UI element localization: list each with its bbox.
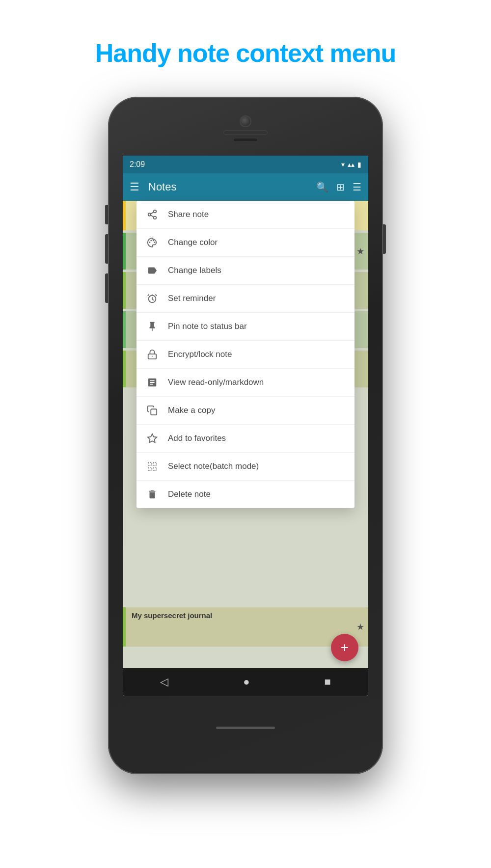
bottom-note-card: My supersecret journal ★: [123, 607, 368, 647]
nav-recent-button[interactable]: ■: [325, 676, 331, 688]
nav-back-button[interactable]: ◁: [160, 676, 168, 688]
fab-add-button[interactable]: +: [331, 634, 358, 661]
signal-icon: ▴▴: [348, 161, 355, 168]
menu-item-change-color[interactable]: Change color: [136, 229, 355, 257]
palette-icon: [145, 236, 159, 249]
status-icons: ▾ ▴▴ ▮: [341, 161, 361, 168]
bottom-note-title: My supersecret journal: [132, 611, 362, 620]
menu-item-add-favorites[interactable]: Add to favorites: [136, 425, 355, 453]
star-badge-2: ★: [356, 246, 364, 257]
svg-line-4: [151, 212, 154, 214]
bottom-note-star: ★: [356, 622, 364, 632]
change-color-label: Change color: [168, 238, 218, 247]
share-icon: [145, 208, 159, 221]
logo-bump: [233, 138, 258, 142]
menu-item-encrypt-note[interactable]: Encrypt/lock note: [136, 341, 355, 369]
star-icon: [145, 432, 159, 445]
speaker-grille: [223, 130, 268, 135]
delete-note-label: Delete note: [168, 489, 211, 499]
svg-rect-16: [153, 462, 156, 465]
label-icon: [145, 264, 159, 277]
svg-rect-17: [148, 467, 151, 470]
volume-up-button: [105, 234, 108, 264]
wifi-icon: ▾: [341, 161, 345, 168]
copy-icon: [145, 404, 159, 417]
menu-item-share-note[interactable]: Share note: [136, 201, 355, 229]
phone-top-bezel: [108, 97, 383, 156]
menu-item-change-labels[interactable]: Change labels: [136, 257, 355, 285]
svg-point-5: [149, 242, 151, 243]
phone-screen: 2:09 ▾ ▴▴ ▮ ☰ Notes 🔍 ⊞ ☰ ★: [123, 156, 368, 696]
menu-item-delete-note[interactable]: Delete note: [136, 481, 355, 508]
menu-item-set-reminder[interactable]: Set reminder: [136, 285, 355, 313]
toolbar-actions: 🔍 ⊞ ☰: [316, 181, 361, 193]
navigation-bar: ◁ ● ■: [123, 668, 368, 696]
phone-bottom-bezel: [108, 696, 383, 760]
volume-silent-button: [105, 205, 108, 224]
set-reminder-label: Set reminder: [168, 294, 216, 303]
batch-mode-label: Select note(batch mode): [168, 461, 259, 471]
status-time: 2:09: [130, 160, 145, 169]
toolbar-title: Notes: [148, 181, 310, 193]
make-copy-label: Make a copy: [168, 406, 215, 415]
lock-icon: [145, 348, 159, 361]
search-icon[interactable]: 🔍: [316, 181, 328, 193]
context-menu: Share note Change color: [136, 201, 355, 508]
encrypt-note-label: Encrypt/lock note: [168, 350, 232, 359]
toolbar-menu-icon[interactable]: ☰: [130, 181, 139, 193]
svg-rect-15: [148, 462, 151, 465]
delete-icon: [145, 488, 159, 501]
status-bar: 2:09 ▾ ▴▴ ▮: [123, 156, 368, 173]
front-camera: [240, 115, 251, 127]
menu-item-batch-mode[interactable]: Select note(batch mode): [136, 453, 355, 481]
menu-item-pin-note[interactable]: Pin note to status bar: [136, 313, 355, 341]
add-favorites-label: Add to favorites: [168, 434, 226, 443]
pin-note-label: Pin note to status bar: [168, 322, 247, 331]
article-icon: [145, 376, 159, 389]
power-button: [383, 224, 386, 254]
phone-shell: 2:09 ▾ ▴▴ ▮ ☰ Notes 🔍 ⊞ ☰ ★: [108, 97, 383, 774]
nav-home-button[interactable]: ●: [243, 676, 249, 688]
svg-point-10: [152, 298, 153, 299]
alarm-icon: [145, 292, 159, 305]
select-icon: [145, 460, 159, 473]
app-toolbar: ☰ Notes 🔍 ⊞ ☰: [123, 173, 368, 201]
battery-icon: ▮: [357, 161, 361, 168]
volume-down-button: [105, 273, 108, 303]
svg-point-12: [152, 356, 153, 357]
pin-icon: [145, 320, 159, 333]
menu-item-make-copy[interactable]: Make a copy: [136, 397, 355, 425]
view-markdown-label: View read-only/markdown: [168, 378, 264, 387]
svg-line-3: [151, 216, 154, 217]
svg-rect-18: [153, 467, 156, 470]
change-labels-label: Change labels: [168, 266, 221, 275]
home-indicator: [216, 727, 275, 729]
svg-rect-13: [151, 409, 157, 415]
svg-point-8: [154, 242, 156, 243]
menu-item-view-markdown[interactable]: View read-only/markdown: [136, 369, 355, 397]
svg-point-6: [150, 240, 152, 242]
page-title: Handy note context menu: [95, 39, 396, 67]
svg-point-7: [153, 240, 154, 242]
grid-view-icon[interactable]: ⊞: [336, 181, 345, 193]
svg-marker-14: [148, 434, 157, 442]
share-note-label: Share note: [168, 210, 209, 219]
sort-icon[interactable]: ☰: [353, 181, 361, 193]
